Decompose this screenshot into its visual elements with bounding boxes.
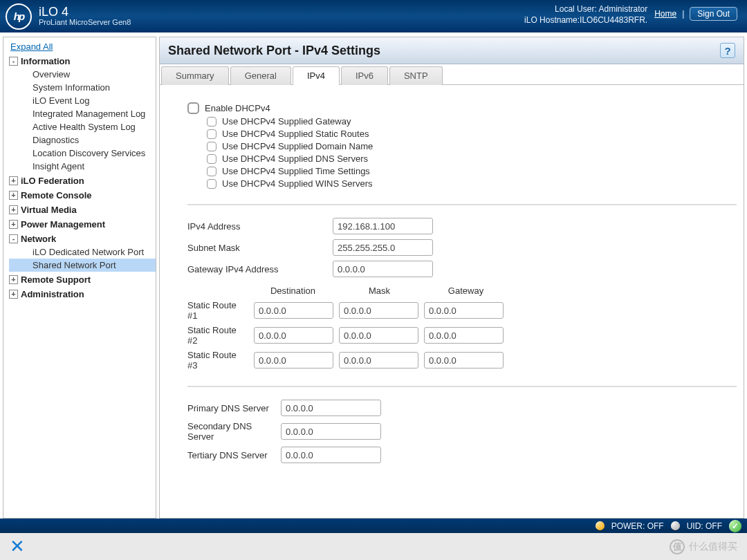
nav-insight-agent[interactable]: Insight Agent: [9, 160, 156, 173]
route1-label: Static Route #1: [187, 300, 248, 321]
gateway-label: Gateway IPv4 Address: [187, 264, 333, 274]
dhcp-wins-label: Use DHCPv4 Supplied WINS Servers: [222, 178, 372, 189]
power-status: POWER: OFF: [611, 521, 664, 531]
tab-ipv6[interactable]: IPv6: [341, 66, 388, 85]
tertiary-dns-input[interactable]: [281, 447, 381, 463]
dhcp-gateway-checkbox[interactable]: [207, 117, 216, 127]
tab-ipv4[interactable]: IPv4: [293, 66, 340, 85]
secondary-dns-label: Secondary DNS Server: [187, 421, 281, 442]
route3-dest-input[interactable]: [254, 352, 333, 368]
watermark: 值 什么值得买: [670, 539, 737, 554]
user-line: Local User: Administrator: [524, 4, 647, 15]
nav-information[interactable]: - Information: [9, 55, 156, 68]
expand-icon[interactable]: +: [9, 220, 18, 229]
nav-remote-console[interactable]: + Remote Console: [9, 189, 156, 202]
route2-label: Static Route #2: [187, 325, 248, 346]
app-header: hp iLO 4 ProLiant MicroServer Gen8 Local…: [0, 0, 747, 32]
dhcp-time-checkbox[interactable]: [207, 167, 216, 176]
col-destination: Destination: [250, 286, 336, 296]
nav-virtual-media[interactable]: + Virtual Media: [9, 203, 156, 216]
nav-ahs-log[interactable]: Active Health System Log: [9, 120, 156, 133]
page-title: Shared Network Port - IPv4 Settings: [168, 44, 380, 58]
nav-sidebar: Expand All - Information Overview System…: [3, 37, 156, 519]
route2-gw-input[interactable]: [424, 327, 504, 344]
product-model: ProLiant MicroServer Gen8: [39, 18, 131, 27]
nav-diagnostics[interactable]: Diagnostics: [9, 133, 156, 147]
dhcp-time-label: Use DHCPv4 Supplied Time Settings: [222, 166, 370, 176]
expand-icon[interactable]: +: [9, 275, 18, 284]
dhcp-domain-label: Use DHCPv4 Supplied Domain Name: [222, 141, 373, 151]
dhcp-dns-checkbox[interactable]: [207, 154, 216, 164]
route3-mask-input[interactable]: [339, 352, 418, 368]
uid-status: UID: OFF: [687, 521, 722, 531]
divider: [187, 204, 737, 205]
gateway-input[interactable]: [333, 261, 433, 277]
enable-dhcp-checkbox[interactable]: [187, 102, 199, 114]
divider: [187, 386, 737, 387]
nav-system-info[interactable]: System Information: [9, 81, 156, 94]
route2-dest-input[interactable]: [254, 327, 333, 344]
host-line: iLO Hostname:ILO6CU4483RFR.: [524, 15, 647, 26]
expand-icon[interactable]: +: [9, 191, 18, 200]
product-name: iLO 4: [39, 6, 131, 18]
nav-administration[interactable]: + Administration: [9, 288, 156, 301]
tab-summary[interactable]: Summary: [161, 66, 229, 85]
form-area: Enable DHCPv4 Use DHCPv4 Supplied Gatewa…: [160, 85, 744, 518]
nav-iml[interactable]: Integrated Management Log: [9, 107, 156, 120]
route1-mask-input[interactable]: [339, 302, 418, 319]
nav-network[interactable]: - Network: [9, 232, 156, 245]
nav-event-log[interactable]: iLO Event Log: [9, 94, 156, 107]
col-mask: Mask: [336, 286, 423, 296]
tab-strip: Summary General IPv4 IPv6 SNTP: [160, 64, 744, 85]
subnet-mask-label: Subnet Mask: [187, 243, 333, 253]
expand-icon[interactable]: +: [9, 290, 18, 299]
help-icon[interactable]: ?: [720, 43, 735, 58]
secondary-dns-input[interactable]: [281, 423, 381, 440]
dhcp-gateway-label: Use DHCPv4 Supplied Gateway: [222, 116, 351, 127]
ipv4-addr-input[interactable]: [333, 218, 433, 234]
watermark-text: 什么值得买: [689, 541, 737, 553]
separator: |: [682, 9, 684, 19]
tab-sntp[interactable]: SNTP: [389, 66, 443, 85]
home-link[interactable]: Home: [654, 9, 676, 19]
primary-dns-input[interactable]: [281, 400, 381, 416]
route2-mask-input[interactable]: [339, 327, 418, 344]
route3-label: Static Route #3: [187, 350, 248, 371]
expand-icon[interactable]: +: [9, 205, 18, 214]
header-right: Local User: Administrator iLO Hostname:I…: [524, 4, 737, 26]
nav-federation[interactable]: + iLO Federation: [9, 174, 156, 187]
power-led-icon: [596, 521, 605, 530]
ipv4-addr-label: IPv4 Address: [187, 221, 333, 232]
route1-gw-input[interactable]: [424, 302, 504, 319]
dhcp-dns-label: Use DHCPv4 Supplied DNS Servers: [222, 153, 368, 164]
nav-power-mgmt[interactable]: + Power Management: [9, 218, 156, 231]
tertiary-dns-label: Tertiary DNS Server: [187, 450, 281, 460]
close-icon[interactable]: ✕: [10, 536, 25, 557]
dhcp-routes-label: Use DHCPv4 Supplied Static Routes: [222, 129, 369, 139]
dhcp-routes-checkbox[interactable]: [207, 129, 216, 139]
dhcp-domain-checkbox[interactable]: [207, 142, 216, 151]
enable-dhcp-label: Enable DHCPv4: [205, 103, 270, 113]
nav-shared-port[interactable]: Shared Network Port: [9, 259, 156, 272]
nav-remote-support[interactable]: + Remote Support: [9, 273, 156, 286]
nav-overview[interactable]: Overview: [9, 68, 156, 81]
nav-loc-discovery[interactable]: Location Discovery Services: [9, 147, 156, 160]
dhcp-wins-checkbox[interactable]: [207, 179, 216, 189]
expand-all-link[interactable]: Expand All: [9, 41, 53, 52]
status-bar: POWER: OFF UID: OFF ✓: [0, 519, 747, 533]
primary-dns-label: Primary DNS Server: [187, 403, 281, 413]
collapse-icon[interactable]: -: [9, 234, 18, 243]
watermark-badge-icon: 值: [670, 539, 685, 554]
tab-general[interactable]: General: [230, 66, 291, 85]
subnet-mask-input[interactable]: [333, 239, 433, 256]
col-gateway: Gateway: [423, 286, 509, 296]
collapse-icon[interactable]: -: [9, 57, 18, 66]
bottom-bar: ✕ 值 什么值得买: [0, 533, 747, 560]
ok-status-icon: ✓: [729, 520, 741, 532]
route3-gw-input[interactable]: [424, 352, 504, 368]
content-pane: Shared Network Port - IPv4 Settings ? Su…: [159, 37, 744, 519]
nav-dedicated-port[interactable]: iLO Dedicated Network Port: [9, 245, 156, 259]
expand-icon[interactable]: +: [9, 176, 18, 185]
route1-dest-input[interactable]: [254, 302, 333, 319]
sign-out-button[interactable]: Sign Out: [690, 7, 737, 21]
